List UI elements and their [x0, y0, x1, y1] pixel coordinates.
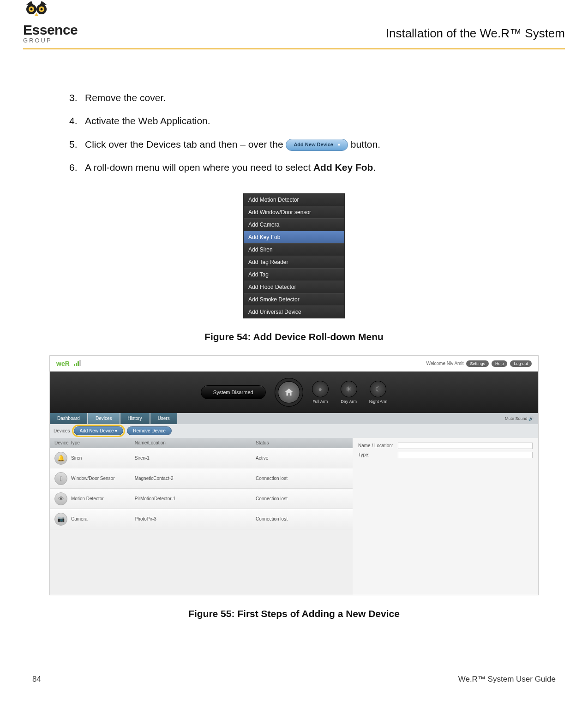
add-new-device-button[interactable]: Add New Device ▾ — [74, 426, 124, 435]
table-row[interactable]: 📷CameraPhotoPir-3Connection lost — [50, 509, 353, 529]
devices-label: Devices — [54, 428, 70, 433]
brand-sub: GROUP — [23, 37, 52, 44]
chevron-down-icon: ▾ — [338, 142, 340, 149]
figure-54-caption: Figure 54: Add Device Roll-down Menu — [23, 331, 565, 342]
remove-device-button[interactable]: Remove Device — [127, 426, 172, 435]
add-device-dropdown[interactable]: Add Motion DetectorAdd Window/Door senso… — [243, 193, 345, 318]
page-footer: 84 We.R™ System User Guide — [23, 675, 565, 684]
owl-icon — [23, 0, 50, 22]
tab-devices[interactable]: Devices — [88, 413, 120, 424]
table-row[interactable]: 👁Motion DetectorPirMotionDetector-1Conne… — [50, 489, 353, 509]
step-number: 5. — [69, 138, 85, 151]
device-name: MagneticContact-2 — [135, 476, 256, 481]
table-row[interactable]: ▯Window/Door SensorMagneticContact-2Conn… — [50, 468, 353, 489]
dropdown-item[interactable]: Add Camera — [244, 219, 344, 231]
device-status: Connection lost — [256, 496, 353, 501]
day-arm-button[interactable]: ☀Day Arm — [341, 381, 357, 404]
app-top-bar: weR Welcome Niv Amit Settings Help Log-o… — [50, 356, 538, 371]
dropdown-item[interactable]: Add Siren — [244, 244, 344, 256]
step-bold: Add Key Fob — [313, 162, 373, 173]
full-arm-label: Full Arm — [312, 399, 328, 404]
device-type: Window/Door Sensor — [71, 476, 114, 481]
devices-list: Device Type Name/Location Status 🔔SirenS… — [50, 438, 353, 595]
step-number: 4. — [69, 114, 85, 128]
device-status: Connection lost — [256, 516, 353, 521]
arming-panel: System Disarmed ●Full Arm ☀Day Arm ☾Nigh… — [50, 371, 538, 413]
type-field[interactable] — [398, 452, 533, 458]
step-4: 4. Activate the Web Application. — [69, 114, 510, 128]
company-logo: Essence GROUP — [23, 0, 78, 44]
dropdown-item[interactable]: Add Motion Detector — [244, 194, 344, 206]
device-status: Active — [256, 455, 353, 461]
type-label: Type: — [358, 452, 395, 457]
devices-sub-bar: Devices Add New Device ▾ Remove Device — [50, 424, 538, 438]
brand-name: Essence — [23, 22, 78, 38]
home-icon — [284, 387, 294, 397]
instruction-steps: 3. Remove the cover. 4. Activate the Web… — [69, 91, 510, 175]
device-type: Camera — [71, 516, 88, 521]
col-device-type: Device Type — [50, 440, 135, 445]
step-5: 5. Click over the Devices tab and then –… — [69, 138, 510, 151]
mute-label: Mute Sound — [505, 416, 528, 421]
device-type: Motion Detector — [71, 496, 104, 501]
device-icon: ▯ — [54, 472, 67, 485]
dropdown-item[interactable]: Add Key Fob — [244, 231, 344, 244]
settings-button[interactable]: Settings — [466, 360, 489, 367]
figure-55-image: weR Welcome Niv Amit Settings Help Log-o… — [49, 355, 539, 595]
dropdown-item[interactable]: Add Window/Door sensor — [244, 206, 344, 219]
device-name: Siren-1 — [135, 455, 256, 461]
device-type: Siren — [71, 455, 82, 461]
device-name: PirMotionDetector-1 — [135, 496, 256, 501]
step-text-post: . — [373, 162, 376, 173]
dropdown-item[interactable]: Add Smoke Detector — [244, 294, 344, 306]
help-button[interactable]: Help — [492, 360, 508, 367]
header-rule — [23, 48, 565, 49]
nav-tabs: Dashboard Devices History Users Mute Sou… — [50, 413, 538, 424]
logout-button[interactable]: Log-out — [510, 360, 532, 367]
col-status: Status — [256, 440, 353, 445]
figure-55-caption: Figure 55: First Steps of Adding a New D… — [23, 608, 565, 619]
step-text: Click over the Devices tab and then – ov… — [85, 138, 510, 151]
devices-body: Device Type Name/Location Status 🔔SirenS… — [50, 438, 538, 595]
add-new-device-button[interactable]: Add New Device ▾ — [286, 139, 348, 151]
add-new-device-label: Add New Device — [80, 428, 114, 433]
tab-users[interactable]: Users — [150, 413, 177, 424]
full-arm-button[interactable]: ●Full Arm — [312, 381, 329, 404]
step-text-pre: A roll-down menu will open where you nee… — [85, 162, 313, 173]
tab-history[interactable]: History — [120, 413, 150, 424]
step-text: Remove the cover. — [85, 91, 510, 105]
dropdown-item[interactable]: Add Tag Reader — [244, 256, 344, 269]
night-arm-label: Night Arm — [369, 399, 388, 404]
device-icon: 👁 — [54, 492, 67, 505]
dropdown-item[interactable]: Add Universal Device — [244, 306, 344, 318]
mute-sound-toggle[interactable]: Mute Sound 🔊 — [500, 413, 538, 424]
add-new-device-label: Add New Device — [294, 141, 333, 149]
dropdown-item[interactable]: Add Flood Detector — [244, 281, 344, 294]
chevron-down-icon: ▾ — [115, 428, 117, 433]
step-number: 6. — [69, 161, 85, 174]
figure-54-image: Add Motion DetectorAdd Window/Door senso… — [243, 193, 345, 318]
step-text-post: button. — [351, 139, 380, 150]
list-header: Device Type Name/Location Status — [50, 438, 353, 448]
home-arm-button[interactable] — [278, 381, 300, 403]
app-logo: weR — [56, 360, 70, 367]
welcome-text: Welcome Niv Amit — [426, 361, 463, 366]
dropdown-item[interactable]: Add Tag — [244, 269, 344, 281]
device-name: PhotoPir-3 — [135, 516, 256, 521]
name-location-label: Name / Location: — [358, 443, 395, 448]
device-status: Connection lost — [256, 476, 353, 481]
signal-icon — [74, 360, 81, 366]
step-text-pre: Click over the Devices tab and then – ov… — [85, 139, 286, 150]
device-details-panel: Name / Location: Type: — [353, 438, 538, 595]
step-6: 6. A roll-down menu will open where you … — [69, 161, 510, 174]
name-location-field[interactable] — [398, 443, 533, 449]
tab-dashboard[interactable]: Dashboard — [50, 413, 87, 424]
step-number: 3. — [69, 91, 85, 105]
page-number: 84 — [32, 675, 41, 684]
svg-point-5 — [41, 8, 43, 11]
table-row[interactable]: 🔔SirenSiren-1Active — [50, 448, 353, 468]
day-arm-label: Day Arm — [341, 399, 357, 404]
document-header: Essence GROUP Installation of the We.R™ … — [23, 0, 565, 46]
step-text: A roll-down menu will open where you nee… — [85, 161, 510, 174]
night-arm-button[interactable]: ☾Night Arm — [369, 381, 388, 404]
